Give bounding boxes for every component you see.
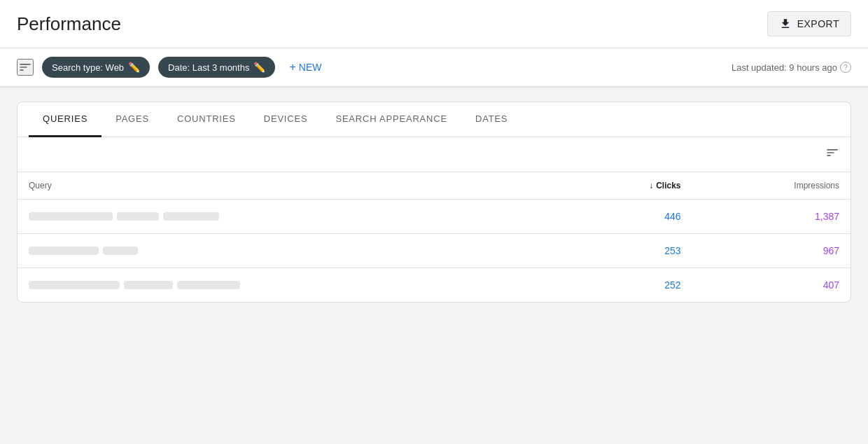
blur-block [103, 247, 138, 255]
tab-bar: QUERIES PAGES COUNTRIES DEVICES SEARCH A… [18, 102, 850, 137]
query-cell [18, 200, 565, 234]
blur-block [117, 212, 159, 221]
sort-arrow-icon: ↓ [649, 181, 653, 190]
main-content: QUERIES PAGES COUNTRIES DEVICES SEARCH A… [0, 88, 868, 317]
search-type-label: Search type: Web [52, 62, 124, 73]
column-header-query: Query [18, 172, 565, 200]
clicks-value: 446 [664, 211, 680, 222]
blur-block [177, 281, 240, 289]
clicks-cell: 446 [565, 200, 692, 234]
query-cell [18, 268, 565, 303]
blur-block [29, 212, 113, 221]
new-filter-button[interactable]: + NEW [284, 58, 327, 76]
toolbar-status: Last updated: 9 hours ago ? [732, 62, 851, 73]
blur-block [29, 281, 120, 289]
tab-pages[interactable]: PAGES [102, 102, 163, 137]
table-row: 252 407 [18, 268, 850, 303]
column-header-clicks[interactable]: ↓Clicks [565, 172, 692, 200]
impressions-cell: 967 [692, 234, 850, 268]
tab-countries[interactable]: COUNTRIES [163, 102, 250, 137]
last-updated-text: Last updated: 9 hours ago [732, 62, 837, 73]
table-header-row: Query ↓Clicks Impressions [18, 172, 850, 200]
tab-search-appearance[interactable]: SEARCH APPEARANCE [321, 102, 461, 137]
clicks-cell: 252 [565, 268, 692, 303]
export-button[interactable]: EXPORT [767, 11, 851, 36]
toolbar-filters: Search type: Web ✏️ Date: Last 3 months … [17, 57, 327, 78]
impressions-cell: 1,387 [692, 200, 850, 234]
toolbar: Search type: Web ✏️ Date: Last 3 months … [0, 48, 868, 88]
query-blur-row3 [29, 281, 554, 289]
download-icon [779, 18, 792, 30]
edit-date-icon: ✏️ [253, 62, 265, 73]
impressions-value: 1,387 [815, 211, 839, 222]
info-icon[interactable]: ? [840, 62, 851, 73]
table-row: 253 967 [18, 234, 850, 268]
filter-lines-icon [18, 60, 32, 74]
tab-dates[interactable]: DATES [461, 102, 522, 137]
plus-icon: + [289, 61, 295, 74]
page-header: Performance EXPORT [0, 0, 868, 48]
impressions-value: 407 [823, 279, 839, 291]
table-filter-row [18, 137, 850, 172]
impressions-cell: 407 [692, 268, 850, 303]
search-type-button[interactable]: Search type: Web ✏️ [42, 57, 150, 78]
edit-icon: ✏️ [128, 62, 140, 73]
performance-card: QUERIES PAGES COUNTRIES DEVICES SEARCH A… [17, 102, 851, 303]
date-range-button[interactable]: Date: Last 3 months ✏️ [158, 57, 275, 78]
tab-queries[interactable]: QUERIES [29, 102, 102, 137]
clicks-cell: 253 [565, 234, 692, 268]
column-header-impressions: Impressions [692, 172, 850, 200]
column-filter-icon[interactable] [825, 146, 839, 163]
blur-block [163, 212, 219, 221]
query-cell [18, 234, 565, 268]
date-label: Date: Last 3 months [168, 62, 249, 73]
export-label: EXPORT [797, 18, 839, 29]
tab-devices[interactable]: DEVICES [250, 102, 322, 137]
page-title: Performance [17, 13, 121, 35]
clicks-value: 252 [664, 279, 680, 291]
table-row: 446 1,387 [18, 200, 850, 234]
impressions-value: 967 [823, 245, 839, 256]
query-blur-row1 [29, 212, 554, 221]
new-label: NEW [299, 62, 322, 73]
blur-block [29, 247, 99, 255]
filter-icon-button[interactable] [17, 59, 34, 76]
blur-block [124, 281, 173, 289]
queries-table: Query ↓Clicks Impressions [18, 172, 850, 302]
query-blur-row2 [29, 247, 554, 255]
clicks-value: 253 [664, 245, 680, 256]
